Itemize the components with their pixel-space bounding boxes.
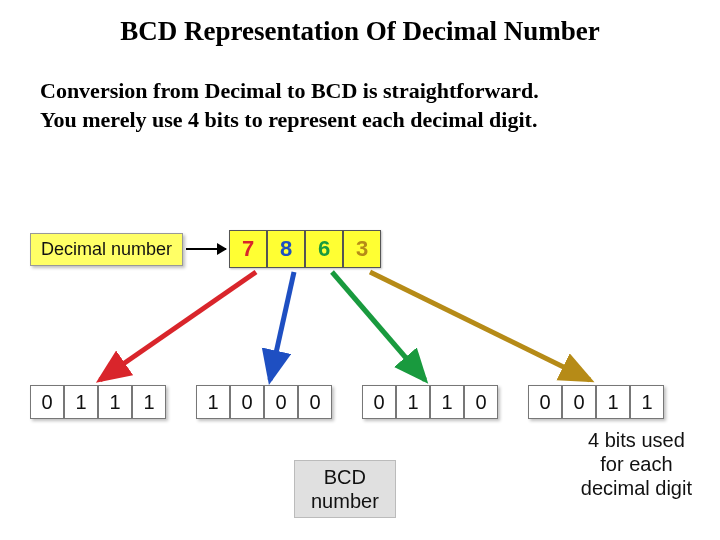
bit: 0 [264, 385, 298, 419]
caption-line-3: decimal digit [581, 477, 692, 499]
arrow-green-icon [332, 272, 425, 380]
bit: 0 [298, 385, 332, 419]
decimal-digit-0: 7 [229, 230, 267, 268]
arrow-blue-icon [270, 272, 294, 380]
decimal-digit-2: 6 [305, 230, 343, 268]
bits-caption: 4 bits used for each decimal digit [581, 428, 692, 500]
bit: 0 [528, 385, 562, 419]
bit: 0 [230, 385, 264, 419]
bcd-group-3: 0 0 1 1 [528, 385, 664, 419]
bcd-group-1: 1 0 0 0 [196, 385, 332, 419]
body-line-2: You merely use 4 bits to represent each … [40, 107, 537, 132]
decimal-digits: 7 8 6 3 [229, 230, 381, 268]
decimal-label: Decimal number [30, 233, 183, 266]
bit: 1 [596, 385, 630, 419]
decimal-digit-1: 8 [267, 230, 305, 268]
bit: 0 [30, 385, 64, 419]
arrow-gold-icon [370, 272, 590, 380]
bit: 1 [196, 385, 230, 419]
body-text: Conversion from Decimal to BCD is straig… [40, 77, 680, 134]
arrow-right-icon [186, 248, 226, 250]
bcd-label-line-2: number [311, 490, 379, 512]
bcd-group-0: 0 1 1 1 [30, 385, 166, 419]
bit: 1 [396, 385, 430, 419]
caption-line-2: for each [600, 453, 672, 475]
bit: 1 [132, 385, 166, 419]
body-line-1: Conversion from Decimal to BCD is straig… [40, 78, 539, 103]
bcd-group-2: 0 1 1 0 [362, 385, 498, 419]
caption-line-1: 4 bits used [588, 429, 685, 451]
bit: 1 [98, 385, 132, 419]
arrow-red-icon [100, 272, 256, 380]
bcd-label-line-1: BCD [324, 466, 366, 488]
decimal-digit-3: 3 [343, 230, 381, 268]
decimal-row: Decimal number 7 8 6 3 [30, 230, 381, 268]
page-title: BCD Representation Of Decimal Number [0, 16, 720, 47]
bcd-row: 0 1 1 1 1 0 0 0 0 1 1 0 0 0 1 1 [30, 385, 664, 419]
bit: 1 [630, 385, 664, 419]
bit: 0 [562, 385, 596, 419]
bit: 0 [464, 385, 498, 419]
bit: 1 [430, 385, 464, 419]
bit: 1 [64, 385, 98, 419]
bit: 0 [362, 385, 396, 419]
bcd-label: BCD number [294, 460, 396, 518]
